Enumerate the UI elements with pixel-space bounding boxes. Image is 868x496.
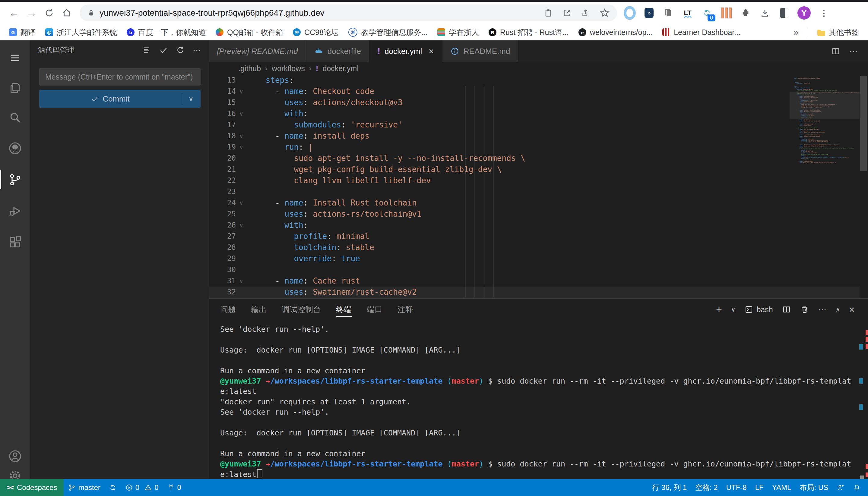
open-in-new-icon[interactable]: [562, 8, 572, 18]
kill-terminal-icon[interactable]: [800, 305, 809, 314]
extension-pages-icon[interactable]: [662, 7, 674, 19]
panel-tab[interactable]: 问题: [220, 299, 236, 320]
bookmark-star-icon[interactable]: [600, 8, 610, 18]
notifications-bell-icon[interactable]: [849, 479, 865, 496]
address-bar[interactable]: yunwei37-potential-space-trout-rpr5qwj66…: [80, 4, 617, 21]
code-line[interactable]: 16∨ with:: [209, 108, 859, 119]
extension-ring-icon[interactable]: [624, 7, 636, 19]
minimap-slider[interactable]: [790, 92, 859, 119]
fold-chevron[interactable]: ∨: [236, 108, 247, 119]
reload-button[interactable]: [41, 4, 58, 22]
breadcrumb[interactable]: .github›workflows›!docker.yml: [209, 62, 868, 75]
fold-chevron[interactable]: ∨: [236, 130, 247, 142]
panel-tab[interactable]: 注释: [398, 299, 413, 320]
url-text[interactable]: yunwei37-potential-space-trout-rpr5qwj66…: [100, 8, 543, 18]
code-line[interactable]: 32 uses: Swatinem/rust-cache@v2: [209, 286, 859, 298]
more-actions-icon[interactable]: ⋯: [193, 45, 201, 55]
close-panel-icon[interactable]: ×: [849, 304, 855, 315]
code-editor[interactable]: 13 steps:14∨ - name: Checkout code15 use…: [209, 75, 859, 298]
menu-hamburger-icon[interactable]: [0, 46, 30, 70]
code-line[interactable]: 23: [209, 186, 859, 197]
bookmark-item[interactable]: b百度一下，你就知道: [122, 27, 211, 37]
commit-button[interactable]: Commit ∨: [39, 90, 200, 108]
bookmark-item[interactable]: G翻译: [4, 27, 41, 37]
bookmark-item[interactable]: 学在浙大: [433, 27, 484, 37]
code-line[interactable]: 18∨ - name: install deps: [209, 130, 859, 142]
code-line[interactable]: 27 profile: minimal: [209, 231, 859, 242]
panel-more-icon[interactable]: ⋯: [818, 305, 827, 314]
code-line[interactable]: 31∨ - name: Cache rust: [209, 275, 859, 286]
bookmark-item[interactable]: 浙教学管理信息服务...: [344, 27, 433, 37]
downloads-icon[interactable]: [759, 7, 771, 19]
terminal-dropdown-chevron[interactable]: ∨: [731, 306, 736, 313]
back-button[interactable]: ←: [5, 4, 23, 22]
editor-tab[interactable]: [Preview] README.md: [209, 41, 306, 62]
github-icon[interactable]: [0, 136, 30, 160]
code-line[interactable]: 24∨ - name: Install Rust toolchain: [209, 197, 859, 208]
code-line[interactable]: 21 wget pkg-config build-essential zlib1…: [209, 164, 859, 175]
extensions-icon[interactable]: [0, 230, 30, 254]
other-bookmarks[interactable]: 其他书签: [812, 27, 864, 37]
panel-tab[interactable]: 终端: [336, 299, 351, 320]
cursor-position[interactable]: 行 36, 列 1: [648, 479, 691, 496]
refresh-icon[interactable]: [176, 46, 185, 55]
terminal-instance[interactable]: bash: [744, 305, 773, 314]
extension-navy-icon[interactable]: »: [643, 7, 655, 19]
split-editor-icon[interactable]: [831, 47, 840, 56]
code-line[interactable]: 13 steps:: [209, 75, 859, 86]
panel-tab[interactable]: 输出: [251, 299, 267, 320]
breadcrumb-item[interactable]: .github: [238, 64, 261, 73]
bookmark-item[interactable]: 98CC98论坛: [288, 27, 344, 37]
languagetool-icon[interactable]: LT: [682, 7, 694, 19]
editor-tab[interactable]: README.md: [443, 41, 519, 62]
fold-chevron[interactable]: ∨: [236, 220, 247, 231]
panel-tab[interactable]: 调试控制台: [282, 299, 321, 320]
lock-icon[interactable]: [87, 9, 95, 17]
sidebar-panel-icon[interactable]: [778, 7, 790, 19]
view-as-list-icon[interactable]: [142, 46, 151, 55]
extensions-puzzle-icon[interactable]: [739, 7, 752, 19]
feedback-icon[interactable]: [833, 479, 849, 496]
code-line[interactable]: 14∨ - name: Checkout code: [209, 86, 859, 97]
fold-chevron[interactable]: ∨: [236, 142, 247, 153]
sync-indicator[interactable]: [105, 479, 121, 496]
code-line[interactable]: 30: [209, 264, 859, 275]
remote-indicator[interactable]: >< Codespaces: [0, 479, 64, 496]
keyboard-layout[interactable]: 布局: US: [795, 479, 833, 496]
breadcrumb-item[interactable]: workflows: [272, 64, 305, 73]
encoding[interactable]: UTF-8: [722, 479, 751, 496]
home-button[interactable]: [58, 4, 75, 22]
indentation[interactable]: 空格: 2: [691, 479, 722, 496]
code-line[interactable]: 22 clang llvm libelf1 libelf-dev: [209, 175, 859, 186]
forward-button[interactable]: →: [23, 4, 41, 22]
editor-tab[interactable]: dockerfile: [306, 41, 370, 62]
code-line[interactable]: 26∨ with:: [209, 220, 859, 231]
bookmark-item[interactable]: RRust 招聘 - Rust语...: [484, 27, 574, 37]
bookmark-item[interactable]: ᴒweloveinterns/op...: [574, 28, 658, 37]
ports-indicator[interactable]: 0: [163, 479, 185, 496]
share-icon[interactable]: [581, 8, 590, 18]
browser-profile-avatar[interactable]: Y: [797, 6, 811, 19]
editor-tab[interactable]: !docker.yml×: [370, 41, 443, 62]
editor-more-icon[interactable]: ⋯: [849, 46, 858, 56]
fold-chevron[interactable]: ∨: [236, 275, 247, 286]
problems-indicator[interactable]: 0 0: [121, 479, 163, 496]
bookmark-item[interactable]: Learner Dashboar...: [658, 28, 745, 37]
code-line[interactable]: 25 uses: actions-rs/toolchain@v1: [209, 208, 859, 220]
terminal-output[interactable]: See 'docker run --help'.Usage: docker ru…: [220, 324, 856, 480]
browser-menu-icon[interactable]: ⋮: [818, 7, 830, 19]
bullets-icon[interactable]: [720, 7, 732, 19]
code-line[interactable]: 15 uses: actions/checkout@v3: [209, 97, 859, 108]
commit-message-input[interactable]: [39, 68, 200, 86]
sync-badge-icon[interactable]: 0: [701, 7, 713, 19]
editor-scrollbar[interactable]: [859, 75, 868, 298]
code-line[interactable]: 19∨ run: |: [209, 142, 859, 153]
search-icon[interactable]: [0, 106, 30, 129]
language-mode[interactable]: YAML: [768, 479, 796, 496]
bookmark-item[interactable]: QQ邮箱 - 收件箱: [211, 27, 288, 37]
commit-check-icon[interactable]: [159, 46, 168, 55]
fold-chevron[interactable]: ∨: [236, 197, 247, 208]
split-terminal-icon[interactable]: [782, 305, 791, 314]
code-line[interactable]: 29 override: true: [209, 253, 859, 264]
code-line[interactable]: 17 submodules: 'recursive': [209, 119, 859, 130]
